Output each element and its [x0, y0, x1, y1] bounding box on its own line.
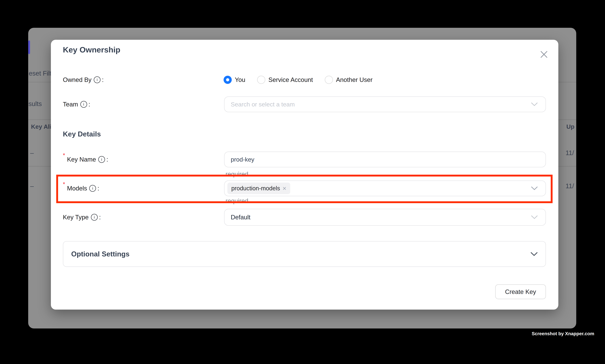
remove-tag-icon[interactable]: × — [283, 185, 286, 192]
owned-by-row: Owned By i : You Service Account Another… — [51, 73, 546, 86]
radio-option-another-user[interactable]: Another User — [325, 76, 373, 84]
key-name-label: * Key Name i : — [63, 153, 108, 166]
owned-by-radio-group: You Service Account Another User — [224, 76, 373, 84]
info-icon[interactable]: i — [98, 156, 105, 163]
watermark-text: Screenshot by Xnapper.com — [532, 331, 594, 336]
table-row-alias-cell: – — [30, 149, 34, 157]
radio-label: Service Account — [268, 76, 313, 83]
models-validation-message: required — [226, 197, 248, 204]
models-multiselect[interactable]: production-models × — [224, 181, 546, 196]
key-type-selected-value: Default — [225, 214, 250, 221]
owned-by-label-text: Owned By — [63, 76, 91, 83]
team-label-text: Team — [63, 101, 78, 108]
chevron-down-icon — [531, 103, 538, 106]
models-row: * Models i : production-models × — [51, 181, 546, 196]
optional-settings-title: Optional Settings — [71, 250, 129, 258]
radio-option-you[interactable]: You — [224, 76, 245, 84]
team-select[interactable]: Search or select a team — [224, 96, 546, 112]
info-icon[interactable]: i — [80, 101, 87, 108]
owned-by-label: Owned By i : — [63, 73, 103, 86]
chevron-down-icon — [531, 252, 538, 256]
required-asterisk: * — [63, 181, 65, 187]
key-name-input[interactable] — [225, 156, 485, 163]
results-count-fragment: sults — [28, 100, 42, 108]
model-tag-label: production-models — [231, 185, 280, 192]
table-row-updated-cell: 11/ — [566, 149, 574, 157]
radio-label: You — [235, 76, 245, 83]
colon: : — [99, 214, 101, 221]
colon: : — [89, 101, 90, 108]
team-label: Team i : — [63, 98, 90, 111]
key-type-label-text: Key Type — [63, 214, 89, 221]
team-row: Team i : Search or select a team — [51, 96, 546, 112]
required-asterisk: * — [63, 152, 65, 158]
modal-title: Key Ownership — [63, 45, 120, 54]
chevron-down-icon — [531, 186, 538, 190]
create-key-modal: Key Ownership Owned By i : You Service A… — [51, 40, 558, 310]
key-name-validation-message: required — [226, 170, 248, 178]
table-row-alias-cell: – — [30, 182, 34, 190]
optional-settings-toggle[interactable]: Optional Settings — [63, 241, 546, 267]
info-icon[interactable]: i — [91, 214, 98, 221]
radio-unselected-icon[interactable] — [325, 76, 333, 84]
table-row-updated-cell: 11/ — [566, 182, 574, 190]
selected-model-tag: production-models × — [227, 182, 290, 194]
key-name-label-text: Key Name — [67, 156, 96, 163]
info-icon[interactable]: i — [89, 185, 96, 192]
key-details-heading: Key Details — [63, 130, 101, 138]
reset-filters-fragment: eset Filt — [29, 69, 51, 77]
radio-selected-icon[interactable] — [224, 76, 232, 84]
chevron-down-icon — [531, 215, 538, 219]
team-select-placeholder: Search or select a team — [225, 101, 295, 108]
radio-option-service-account[interactable]: Service Account — [257, 76, 313, 84]
key-name-row: * Key Name i : — [51, 152, 546, 167]
radio-unselected-icon[interactable] — [257, 76, 265, 84]
colon: : — [106, 156, 108, 163]
colon: : — [102, 76, 103, 83]
key-type-row: Key Type i : Default — [51, 209, 546, 226]
key-type-select[interactable]: Default — [224, 209, 546, 226]
models-label-text: Models — [67, 185, 87, 192]
screen: eset Filt sults Key Alia Up – 11/ – 11/ … — [0, 0, 605, 364]
models-label: * Models i : — [63, 182, 99, 195]
updated-column-header: Up — [566, 123, 574, 130]
close-icon — [540, 50, 548, 59]
create-key-button[interactable]: Create Key — [495, 284, 546, 299]
colon: : — [97, 185, 99, 192]
info-icon[interactable]: i — [94, 77, 101, 83]
background-blue-button-fragment — [28, 40, 30, 54]
key-type-label: Key Type i : — [63, 211, 101, 224]
radio-label: Another User — [336, 76, 373, 83]
key-name-field[interactable] — [224, 152, 546, 167]
close-button[interactable] — [539, 49, 549, 60]
